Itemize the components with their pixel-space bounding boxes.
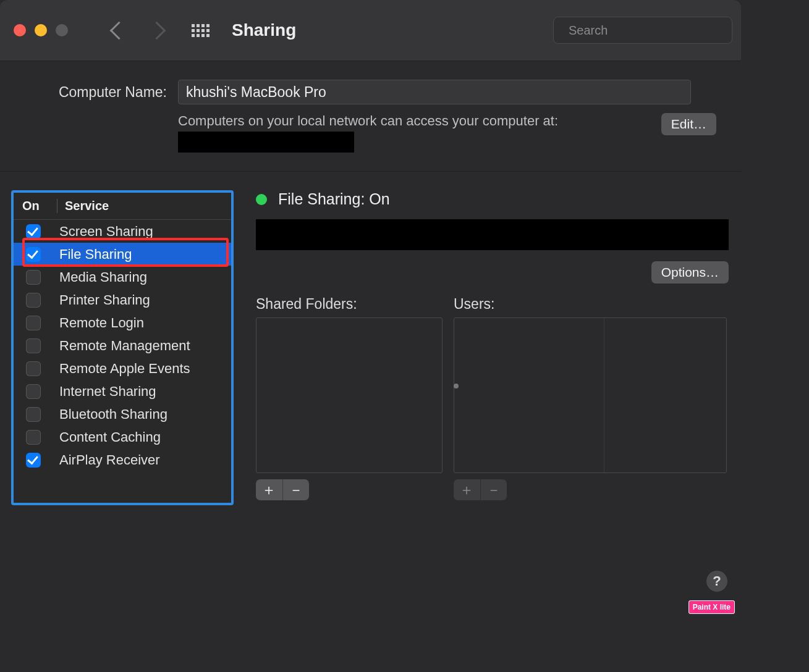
- add-shared-folder-button[interactable]: ＋: [256, 479, 282, 500]
- sharing-preferences-window: Sharing Computer Name: Computers on your…: [0, 0, 741, 672]
- help-button[interactable]: ?: [706, 571, 727, 592]
- services-list[interactable]: Screen SharingFile SharingMedia SharingP…: [14, 220, 231, 471]
- local-hostname-text: Computers on your local network can acce…: [178, 113, 661, 153]
- service-label: Bluetooth Sharing: [59, 406, 167, 422]
- minimize-window-button[interactable]: [35, 24, 47, 36]
- users-label: Users:: [454, 296, 727, 313]
- content-area: On Service Screen SharingFile SharingMed…: [0, 172, 741, 608]
- back-button[interactable]: [110, 21, 129, 40]
- add-user-button: ＋: [454, 479, 480, 500]
- service-status-text: File Sharing: On: [278, 190, 390, 208]
- service-status-row: File Sharing: On: [256, 190, 729, 208]
- service-label: Remote Apple Events: [59, 361, 190, 377]
- service-checkbox[interactable]: [26, 407, 41, 422]
- service-label: Remote Management: [59, 338, 190, 354]
- service-checkbox[interactable]: [26, 430, 41, 445]
- computer-name-field[interactable]: [178, 80, 691, 104]
- nav-arrows: [112, 24, 163, 37]
- search-input[interactable]: [567, 23, 726, 38]
- edit-hostname-button[interactable]: Edit…: [661, 113, 716, 135]
- users-column: Users: ＋ －: [454, 296, 727, 500]
- service-row[interactable]: AirPlay Receiver: [14, 448, 231, 471]
- users-add-remove: ＋ －: [454, 479, 507, 500]
- window-controls: [14, 24, 68, 36]
- service-row[interactable]: Internet Sharing: [14, 380, 231, 403]
- service-detail-panel: File Sharing: On Options… Shared Folders…: [256, 190, 729, 596]
- service-label: Screen Sharing: [59, 224, 153, 240]
- shared-folders-column: Shared Folders: ＋ －: [256, 296, 443, 500]
- service-checkbox[interactable]: [26, 316, 41, 330]
- remove-shared-folder-button[interactable]: －: [282, 479, 310, 500]
- service-label: Media Sharing: [59, 269, 147, 285]
- service-label: Remote Login: [59, 315, 144, 331]
- service-row[interactable]: Screen Sharing: [14, 220, 231, 243]
- redacted-hostname: [178, 132, 354, 153]
- users-list[interactable]: [454, 317, 727, 473]
- service-label: File Sharing: [59, 246, 132, 262]
- service-label: Content Caching: [59, 429, 161, 445]
- computer-name-label: Computer Name:: [43, 84, 167, 101]
- watermark-badge: Paint X lite: [688, 600, 735, 614]
- status-indicator-icon: [256, 194, 267, 205]
- service-checkbox[interactable]: [26, 384, 41, 399]
- services-table-header: On Service: [14, 193, 231, 220]
- forward-button[interactable]: [148, 21, 166, 40]
- service-checkbox[interactable]: [26, 361, 41, 376]
- service-row[interactable]: File Sharing: [14, 243, 231, 266]
- service-row[interactable]: Media Sharing: [14, 266, 231, 288]
- service-checkbox[interactable]: [26, 338, 41, 353]
- service-row[interactable]: Printer Sharing: [14, 288, 231, 311]
- pane-title: Sharing: [232, 20, 296, 40]
- service-checkbox[interactable]: [26, 293, 41, 308]
- service-checkbox[interactable]: [26, 270, 41, 285]
- service-row[interactable]: Remote Apple Events: [14, 357, 231, 380]
- service-label: Internet Sharing: [59, 384, 156, 400]
- services-header-service: Service: [57, 199, 109, 213]
- service-row[interactable]: Remote Management: [14, 334, 231, 357]
- service-row[interactable]: Content Caching: [14, 426, 231, 448]
- service-checkbox[interactable]: [26, 453, 41, 468]
- services-panel-wrap: On Service Screen SharingFile SharingMed…: [11, 190, 234, 596]
- options-button[interactable]: Options…: [651, 261, 729, 284]
- service-row[interactable]: Bluetooth Sharing: [14, 403, 231, 426]
- shared-folders-add-remove: ＋ －: [256, 479, 309, 500]
- service-checkbox[interactable]: [26, 247, 41, 262]
- service-row[interactable]: Remote Login: [14, 311, 231, 334]
- services-header-on: On: [22, 199, 57, 213]
- redacted-smb-address: [256, 219, 729, 250]
- service-label: Printer Sharing: [59, 292, 150, 308]
- services-table: On Service Screen SharingFile SharingMed…: [11, 190, 234, 505]
- show-all-preferences-button[interactable]: [192, 24, 210, 37]
- shared-folders-list[interactable]: [256, 317, 443, 473]
- search-field[interactable]: [553, 17, 732, 44]
- computer-name-section: Computer Name: Computers on your local n…: [0, 61, 741, 172]
- service-checkbox[interactable]: [26, 224, 41, 239]
- toolbar: Sharing: [0, 0, 741, 61]
- close-window-button[interactable]: [14, 24, 26, 36]
- local-hostname-caption: Computers on your local network can acce…: [178, 113, 558, 128]
- zoom-window-button[interactable]: [56, 24, 68, 36]
- remove-user-button: －: [480, 479, 507, 500]
- service-label: AirPlay Receiver: [59, 452, 160, 468]
- shared-folders-label: Shared Folders:: [256, 296, 443, 313]
